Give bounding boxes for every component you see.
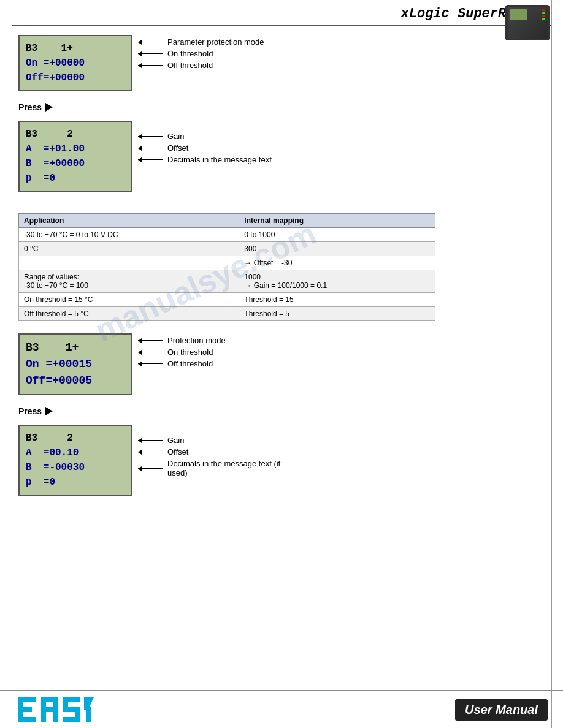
press-arrow-1 <box>45 103 53 112</box>
arrow-icon-10 <box>138 440 163 441</box>
lcd4-line2: A =00.10 <box>26 446 124 460</box>
annotation-text-4-3: Decimals in the message text (if used) <box>167 459 290 477</box>
annotation-4-2: Offset <box>138 447 290 457</box>
annotation-text-2-2: Offset <box>167 143 188 153</box>
lcd-display-3: B3 1+ On =+00015 Off=+00005 <box>18 333 132 395</box>
annotation-text-1-2: On threshold <box>167 49 213 58</box>
easy-logo <box>15 694 95 725</box>
press-arrow-2 <box>45 407 53 415</box>
annotation-3-1: Protection mode <box>138 336 226 345</box>
table-cell: Range of values: -30 to +70 °C = 100 <box>19 270 239 293</box>
user-manual-label: User Manual <box>465 703 538 716</box>
lcd4-line4: p =0 <box>26 475 124 490</box>
table-cell: → Offset = -30 <box>239 256 435 270</box>
diagram-row-3: B3 1+ On =+00015 Off=+00005 Protection m… <box>18 333 545 395</box>
annotation-text-2-1: Gain <box>167 132 184 141</box>
easy-logo-svg <box>15 694 95 725</box>
arrow-icon-3 <box>138 65 163 66</box>
lcd2-line4: p =0 <box>26 171 124 186</box>
annotation-1-3: Off threshold <box>138 61 264 70</box>
table-row: Off threshold = 5 °C Threshold = 5 <box>19 307 435 321</box>
table-row: → Offset = -30 <box>19 256 435 270</box>
arrow-icon-7 <box>138 340 163 341</box>
table-cell: 0 °C <box>19 242 239 256</box>
table-cell: -30 to +70 °C = 0 to 10 V DC <box>19 228 239 242</box>
arrow-icon-8 <box>138 352 163 352</box>
arrow-icon-5 <box>138 148 163 148</box>
arrow-icon-2 <box>138 53 163 54</box>
lcd-display-1: B3 1+ On =+00000 Off=+00000 <box>18 35 132 91</box>
annotations-3: Protection mode On threshold Off thresho… <box>138 333 226 371</box>
lcd3-line2: On =+00015 <box>26 356 124 373</box>
table-header-mapping: Internal mapping <box>239 214 435 228</box>
main-content: B3 1+ On =+00000 Off=+00000 Parameter pr… <box>0 26 563 496</box>
table-cell: 300 <box>239 242 435 256</box>
arrow-icon-6 <box>138 159 163 160</box>
svg-rect-1 <box>18 697 36 702</box>
table-row: On threshold = 15 °C Threshold = 15 <box>19 293 435 307</box>
annotation-4-1: Gain <box>138 436 290 445</box>
svg-rect-12 <box>63 717 80 722</box>
annotation-1-2: On threshold <box>138 49 264 58</box>
annotation-text-4-2: Offset <box>167 447 188 457</box>
arrow-icon-9 <box>138 363 163 364</box>
device-image <box>505 5 550 40</box>
annotation-text-1-1: Parameter protection mode <box>167 37 264 47</box>
annotations-4: Gain Offset Decimals in the message text… <box>138 425 290 480</box>
lcd1-line3: Off=+00000 <box>26 70 124 85</box>
page-footer: User Manual <box>0 690 563 728</box>
diagram-row-2: B3 2 A =+01.00 B =+00000 p =0 Gain Offse… <box>18 121 545 192</box>
annotation-2-3: Decimals in the message text <box>138 155 272 164</box>
press-row-2: Press <box>18 406 545 416</box>
annotation-3-3: Off threshold <box>138 359 226 368</box>
svg-rect-15 <box>86 707 91 722</box>
annotation-4-3: Decimals in the message text (if used) <box>138 459 290 477</box>
press-row-1: Press <box>18 102 545 112</box>
annotation-text-3-3: Off threshold <box>167 359 213 368</box>
press-label-2: Press <box>18 406 42 416</box>
arrow-icon-4 <box>138 136 163 137</box>
table-row: -30 to +70 °C = 0 to 10 V DC 0 to 1000 <box>19 228 435 242</box>
lcd2-line3: B =+00000 <box>26 156 124 171</box>
annotation-text-2-3: Decimals in the message text <box>167 155 272 164</box>
svg-rect-6 <box>41 697 58 702</box>
arrow-icon-12 <box>138 468 163 469</box>
lcd4-line3: B =-00030 <box>26 460 124 475</box>
lcd1-line1: B3 1+ <box>26 41 124 56</box>
annotation-text-1-3: Off threshold <box>167 61 213 70</box>
table-cell: Threshold = 15 <box>239 293 435 307</box>
annotation-text-4-1: Gain <box>167 436 184 445</box>
annotations-1: Parameter protection mode On threshold O… <box>138 35 264 72</box>
lcd-display-4: B3 2 A =00.10 B =-00030 p =0 <box>18 425 132 496</box>
svg-rect-7 <box>41 707 58 712</box>
arrow-icon-1 <box>138 42 163 42</box>
arrow-icon-11 <box>138 452 163 452</box>
table-cell: Threshold = 5 <box>239 307 435 321</box>
annotation-text-3-2: On threshold <box>167 347 213 357</box>
svg-rect-3 <box>18 717 36 722</box>
mapping-table: Application Internal mapping -30 to +70 … <box>18 213 435 321</box>
press-label-1: Press <box>18 102 42 112</box>
table-cell: 0 to 1000 <box>239 228 435 242</box>
annotation-3-2: On threshold <box>138 347 226 357</box>
lcd4-line1: B3 2 <box>26 431 124 446</box>
table-cell: 1000 → Gain = 100/1000 = 0.1 <box>239 270 435 293</box>
page-header: xLogic SuperRelay <box>12 0 551 26</box>
svg-rect-2 <box>18 707 32 712</box>
table-row: Range of values: -30 to +70 °C = 100 100… <box>19 270 435 293</box>
annotation-2-2: Offset <box>138 143 272 153</box>
lcd-display-2: B3 2 A =+01.00 B =+00000 p =0 <box>18 121 132 192</box>
annotations-2: Gain Offset Decimals in the message text <box>138 121 272 167</box>
diagram-row-4: B3 2 A =00.10 B =-00030 p =0 Gain Offset <box>18 425 545 496</box>
annotation-2-1: Gain <box>138 132 272 141</box>
lcd2-line2: A =+01.00 <box>26 142 124 156</box>
table-header-application: Application <box>19 214 239 228</box>
right-border <box>551 0 552 728</box>
lcd3-line3: Off=+00005 <box>26 373 124 389</box>
lcd1-line2: On =+00000 <box>26 56 124 70</box>
lcd2-line1: B3 2 <box>26 127 124 142</box>
table-cell <box>19 256 239 270</box>
table-cell: Off threshold = 5 °C <box>19 307 239 321</box>
footer-right-box: User Manual <box>455 699 548 721</box>
table-cell: On threshold = 15 °C <box>19 293 239 307</box>
